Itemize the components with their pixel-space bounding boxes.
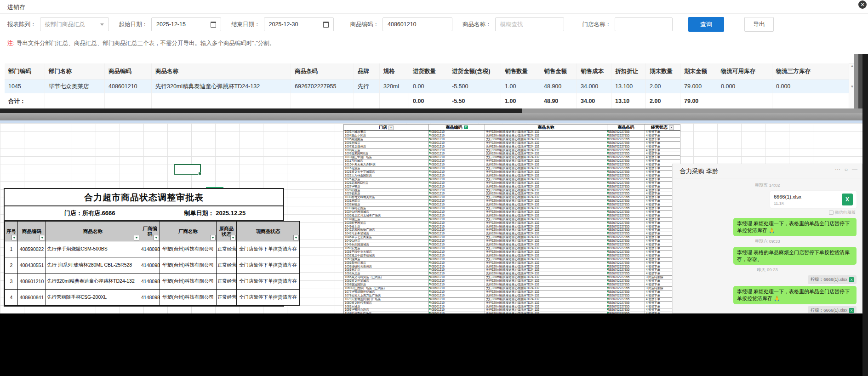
filter-dropdown-icon[interactable] [293,235,299,240]
form-title: 合力超市商品状态调整审批表 [5,189,283,205]
store-name-cell: 1022大方佳鑫国际店 [344,174,429,177]
selected-cell[interactable] [174,164,201,175]
store-name-cell: 1005南浦路店 [344,137,429,141]
product-code-cell: 408601210 [429,272,485,276]
chat-quote-chip[interactable]: 柠檬：6666(1).xlsxX [808,275,857,284]
form-cell: 3 [5,273,18,290]
store-name-input[interactable] [615,17,673,31]
filter-dropdown-icon[interactable] [210,235,216,240]
chat-more-icon[interactable]: ⋯ [835,166,840,173]
report-type-select[interactable]: 按部门商品汇总 [40,17,109,31]
column-header: 折扣折让 [611,63,646,80]
horizontal-scrollbar-track[interactable] [522,108,862,113]
export-button[interactable]: 导出 [744,17,774,32]
store-row: 1036遵义汇川北城市广场店408601210先行320ml精典泰迪童心弹跳杯T… [344,214,680,217]
form-cell: 全门店暂停下单控货清库存 [237,257,300,273]
product-code-cell: 408601210 [429,283,485,287]
filter-dropdown-icon[interactable] [40,235,45,240]
store-name-label: 门店名称： [582,21,611,28]
horizontal-scrollbar-thumb[interactable] [0,108,522,113]
filter-dropdown-icon[interactable]: ▼ [388,125,394,130]
filter-dropdown-icon[interactable] [11,235,17,240]
product-code-cell: 408601210 [429,170,485,174]
store-row: 1083水城店408601210先行320ml精典泰迪童心弹跳杯TD24-132… [344,305,680,308]
product-name-cell: 先行320ml精典泰迪童心弹跳杯TD24-132 [485,181,607,185]
product-name-input[interactable] [495,17,564,31]
product-code-cell: 408601210 [429,210,485,214]
store-name-cell: 1030都匀文峰城美食店 [344,196,429,199]
calendar-icon [323,22,329,28]
product-name-cell: 先行320ml精典泰迪童心弹跳杯TD24-132 [485,265,607,268]
total-cell: 48.90 [540,93,577,108]
barcode-cell: 6926702227955 [607,137,645,141]
barcode-cell: 6926702227955 [607,131,645,134]
list-column-header: 商品编码T [429,125,485,131]
product-name-cell: 先行320ml精典泰迪童心弹跳杯TD24-132 [485,225,607,228]
form-cell: 正常经营 [217,241,237,257]
filter-dropdown-icon[interactable] [134,235,139,240]
store-name-cell: 1041修文店 [344,225,429,228]
store-name-cell: 1065兴义马岭河店（已闭店） [344,276,429,279]
filter-active-icon[interactable]: T [464,125,468,129]
barcode-cell: 6926702227955 [607,156,645,160]
excel-window-chrome [0,113,862,120]
store-row: 1062兴义店408601210先行320ml精典泰迪童心弹跳杯TD24-132… [344,272,680,276]
close-icon[interactable]: ✕ [858,0,867,9]
report-cell: 0.000 [717,80,772,94]
barcode-cell: 6926702227955 [607,279,645,283]
product-name-cell: 先行320ml精典泰迪童心弹跳杯TD24-132 [485,160,607,163]
product-name-cell: 先行320ml精典泰迪童心弹跳杯TD24-132 [485,214,607,217]
report-type-label: 报表陈列： [7,21,36,28]
store-name-cell: 1101汇川万达广场店 [344,312,429,313]
store-row: 1077毕节碧阳世纪城店408601210先行320ml精典泰迪童心弹跳杯TD2… [344,290,680,294]
product-code-cell: 408601210 [429,279,485,283]
product-name-cell: 先行320ml精典泰迪童心弹跳杯TD24-132 [485,286,607,290]
form-subheader: 门店：所有店.6666 制单日期： 2025.12.25 [5,205,283,221]
barcode-cell: 6926702227955 [607,225,645,228]
query-button[interactable]: 查询 [688,17,724,32]
column-header: 期末金额 [680,63,717,80]
store-name-cell: 1007遵义播州店 [344,145,429,148]
store-row: 1051平坝中央大街店408601210先行320ml精典泰迪童心弹跳杯TD24… [344,250,680,254]
form-cell: 2 [5,257,18,273]
window-edge-strip [854,54,858,113]
product-code-cell: 408601210 [429,305,485,308]
report-cell: 先行320ml精典泰迪童心弹跳杯TD24-132 [152,80,291,94]
form-cell: 全门店暂停下单控货清库存 [237,273,300,290]
total-label: 合计： [5,93,45,108]
store-row: 1006息烽店408601210先行320ml精典泰迪童心弹跳杯TD24-132… [344,141,680,145]
store-row: 1080遵义时代天街店408601210先行320ml精典泰迪童心弹跳杯TD24… [344,301,680,305]
store-name-cell: 1045毕节七众奥莱店 [344,236,429,239]
form-column-header: 厂商名称 [160,222,217,241]
store-row: 1011万科城店408601210先行320ml精典泰迪童心弹跳杯TD24-13… [344,160,680,163]
product-name-cell: 先行320ml精典泰迪童心弹跳杯TD24-132 [485,297,607,301]
form-cell: 1 [5,241,18,257]
barcode-cell: 6926702227955 [607,247,645,251]
form-cell: 全门店暂停下单控货清库存 [237,290,300,306]
end-date-input[interactable]: 2025-12-30 [264,17,334,31]
chat-minimize-icon[interactable]: — [852,166,857,173]
filter-dropdown-icon[interactable] [230,235,236,240]
barcode-cell: 6926702227955 [607,272,645,276]
product-name-cell: 先行320ml精典泰迪童心弹跳杯TD24-132 [485,239,607,243]
product-name-cell: 先行320ml精典泰迪童心弹跳杯TD24-132 [485,167,607,171]
barcode-cell: 6926702227955 [607,268,645,272]
barcode-cell: 6926702227955 [607,199,645,203]
filter-dropdown-icon[interactable]: ▼ [669,125,674,130]
product-code-input[interactable] [383,17,452,31]
product-code-label: 商品编码： [350,21,379,28]
filter-dropdown-icon[interactable] [154,235,159,240]
chat-timestamp: 星期五 14:02 [755,182,780,188]
start-date-input[interactable]: 2025-12-15 [151,17,221,31]
product-name-cell: 先行320ml精典泰迪童心弹跳杯TD24-132 [485,312,607,313]
chat-record-icon[interactable]: ○ [845,166,848,173]
report-cell: 13.100 [611,80,646,94]
chat-file-card[interactable]: 6666(1).xlsx11.1KX [770,191,857,208]
store-name-cell: 1015中天未来方舟B4店 [344,163,429,167]
emoji: 🙏 [767,228,775,233]
column-header: 品牌 [354,63,380,80]
chat-quote-chip[interactable]: 柠檬：6666(1).xlsxX [808,306,857,313]
barcode-cell: 6926702227955 [607,221,645,225]
store-name-cell: 1016花溪店 [344,167,429,171]
store-name-cell: 1029瓮安店 [344,192,429,196]
